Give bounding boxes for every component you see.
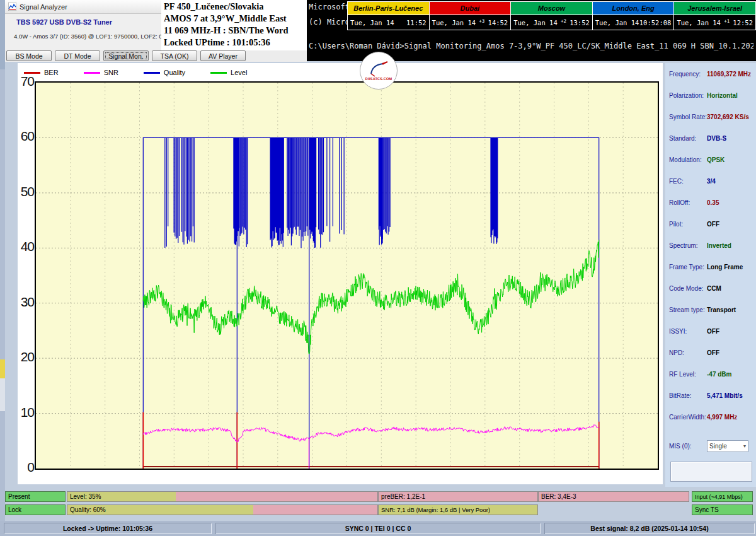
sync-ts-indicator: Sync TS (692, 504, 753, 515)
param-label: ISSYI: (669, 328, 687, 335)
param-row-code-mode-: Code Mode:CCM (669, 285, 753, 294)
param-label: RF Level: (669, 371, 696, 378)
clock-city-label: Jerusalem-Israel (674, 2, 755, 15)
legend-item-level: Level (210, 69, 247, 76)
mis-row: MIS (0): Single ▾ (669, 440, 753, 453)
quality-label: Quality: 60% (70, 506, 106, 513)
info-line: AMOS 7 at 3,9°W_Middle East (164, 13, 307, 25)
left-edge-segment (0, 378, 5, 411)
lock-indicator: Lock (5, 504, 66, 515)
legend-label: SNR (104, 69, 118, 76)
clock-time-row: Tue, Jan 1411:52 (348, 15, 429, 30)
info-line: PF 450_Lučenec/Slovakia (164, 1, 307, 13)
clock-date: Tue, Jan 14 (350, 19, 394, 26)
signal-plot[interactable] (35, 81, 659, 470)
param-row-npd-: NPD:OFF (669, 349, 753, 358)
lock-label: Lock (8, 506, 21, 513)
param-label: Symbol Rate: (669, 114, 707, 120)
clock-date: Tue, Jan 14 (595, 19, 639, 26)
clock-dubai: DubaiTue, Jan 14+314:52 (430, 2, 512, 30)
ber-label: BER: 3,4E-3 (541, 493, 576, 500)
present-label: Present (8, 493, 30, 500)
console-prompt-line: C:\Users\Roman Dávid>Signal Monitoring_A… (309, 42, 753, 50)
param-label: Spectrum: (669, 242, 698, 249)
clock-city-label: Berlin-Paris-Lučenec (348, 2, 429, 15)
param-label: Frequency: (669, 71, 701, 78)
clock-date: Tue, Jan 14 (677, 19, 721, 26)
toolbar-button-tsa-ok-[interactable]: TSA (OK) (152, 50, 197, 61)
param-row-frequency-: Frequency:11069,372 MHz (669, 71, 753, 79)
y-axis-tick-label: 30 (18, 295, 34, 309)
clock-city-label: Dubai (430, 2, 511, 15)
param-label: Stream type: (669, 306, 705, 313)
mis-select[interactable]: Single ▾ (707, 440, 748, 452)
level-progress-bar: Level: 35% (67, 491, 378, 502)
param-value: Transport (707, 306, 736, 313)
preber-label: preBER: 1,2E-1 (381, 493, 425, 500)
panel-footer-box (670, 462, 752, 482)
param-value: 3702,692 KS/s (707, 114, 749, 120)
clock-time-row: Tue, Jan 14+112:52 (674, 15, 755, 30)
window-title: Signal Analyzer (20, 3, 67, 11)
left-edge-segment (0, 359, 5, 378)
clock-time-row: Tue, Jan 14+213:52 (511, 15, 592, 30)
legend-item-quality: Quality (144, 69, 185, 76)
mis-selected-value: Single (709, 443, 727, 450)
app-icon (8, 3, 16, 11)
clock-time-row: Tue, Jan 1410:52:08 (593, 15, 674, 30)
preber-bar: preBER: 1,2E-1 (378, 491, 538, 502)
toolbar-button-bs-mode[interactable]: BS Mode (6, 50, 52, 61)
clock-utc-offset: +2 (561, 18, 566, 24)
world-clocks-panel: Berlin-Paris-LučenecTue, Jan 1411:52Duba… (347, 1, 756, 30)
clock-time: 11:52 (406, 19, 427, 26)
param-label: Frame Type: (669, 264, 704, 271)
chevron-down-icon: ▾ (743, 443, 746, 449)
y-axis-tick-label: 50 (18, 185, 34, 199)
clock-time: 13:52 (570, 19, 590, 26)
param-value: 3/4 (707, 178, 716, 185)
param-row-fec-: FEC:3/4 (669, 178, 753, 187)
toolbar-button-av-player[interactable]: AV Player (200, 50, 246, 61)
param-value: 11069,372 MHz (707, 71, 751, 78)
y-axis-tick-label: 0 (18, 460, 34, 474)
param-label: Modulation: (669, 156, 702, 163)
y-axis-tick-label: 20 (18, 350, 34, 364)
clock-utc-offset: +3 (479, 18, 484, 24)
param-label: Standard: (669, 135, 696, 142)
param-label: Pilot: (669, 221, 683, 228)
param-row-modulation-: Modulation:QPSK (669, 156, 753, 165)
legend-color-swatch (84, 72, 100, 74)
clock-date: Tue, Jan 14 (513, 19, 558, 26)
param-value: 4,997 MHz (707, 414, 737, 421)
tuner-name: TBS 5927 USB DVB-S2 Tuner (16, 18, 112, 26)
window-title-bar[interactable]: Signal Analyzer (5, 0, 161, 14)
statusbar-uptime: Locked -> Uptime: 101:05:36 (4, 523, 212, 534)
param-row-frame-type-: Frame Type:Long Frame (669, 264, 753, 272)
param-row-bitrate-: BitRate:5,471 Mbit/s (669, 392, 753, 401)
statusbar-sync: SYNC 0 | TEI 0 | CC 0 (215, 523, 541, 534)
param-row-stream-type-: Stream type:Transport (669, 306, 753, 315)
param-label: BitRate: (669, 392, 692, 399)
toolbar-button-dt-mode[interactable]: DT Mode (55, 50, 100, 61)
param-value: Horizontal (707, 92, 738, 99)
clock-london-eng: London, EngTue, Jan 1410:52:08 (593, 2, 675, 30)
param-label: Code Mode: (669, 285, 703, 292)
dxsatcs-logo: DXSATCS.COM (360, 52, 398, 90)
legend-label: Quality (164, 69, 185, 76)
toolbar-button-signal-mon-[interactable]: Signal Mon. (103, 50, 149, 61)
param-value: CCM (707, 285, 721, 292)
present-indicator: Present (5, 491, 66, 502)
clock-time: 12:52 (733, 19, 753, 26)
param-label: NPD: (669, 349, 684, 356)
clock-berlin-paris-lu-enec: Berlin-Paris-LučenecTue, Jan 1411:52 (348, 2, 430, 30)
transmission-info-block: PF 450_Lučenec/Slovakia AMOS 7 at 3,9°W_… (161, 0, 307, 50)
param-row-pilot-: Pilot:OFF (669, 221, 753, 230)
param-value: DVB-S (707, 135, 726, 142)
param-value: 0.35 (707, 199, 719, 206)
console-banner-line: (c) Micro (309, 18, 350, 26)
param-row-spectrum-: Spectrum:Inverted (669, 242, 753, 251)
clock-moscow: MoscowTue, Jan 14+213:52 (511, 2, 593, 30)
level-label: Level: 35% (70, 493, 101, 500)
param-label: FEC: (669, 178, 684, 185)
param-label: CarrierWidth: (669, 414, 706, 421)
